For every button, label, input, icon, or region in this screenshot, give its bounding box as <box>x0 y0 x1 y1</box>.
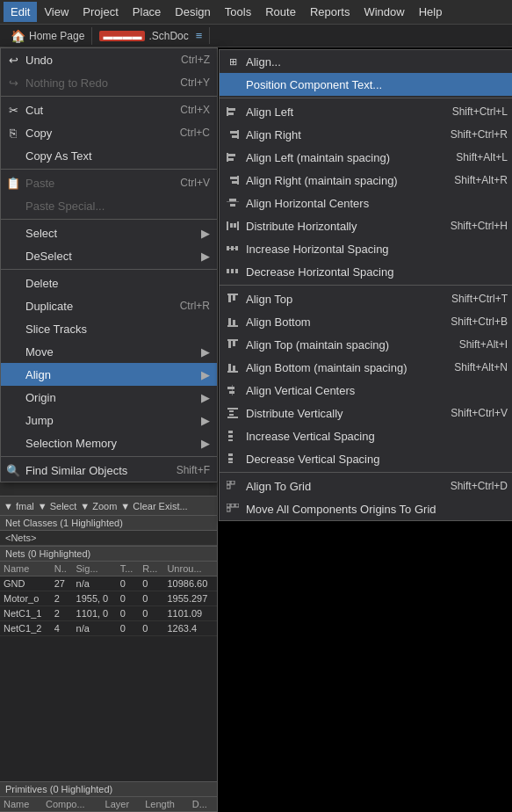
align-right-maintain-shortcut: Shift+Alt+R <box>445 174 508 186</box>
submenu-increase-v-spacing[interactable]: Increase Vertical Spacing <box>220 424 512 447</box>
svg-rect-2 <box>228 112 234 115</box>
submenu-align-bottom[interactable]: Align Bottom Shift+Ctrl+B <box>220 310 512 333</box>
cut-label: Cut <box>25 104 43 117</box>
net-n: 4 <box>51 621 73 636</box>
submenu-increase-h-spacing[interactable]: Increase Horizontal Spacing <box>220 237 512 260</box>
menu-item-jump[interactable]: Jump ▶ <box>1 409 217 431</box>
tab-home-label: Home Page <box>29 30 84 42</box>
align-left-maintain-label: Align Left (maintain spacing) <box>246 151 390 164</box>
table-row[interactable]: Motor_o 2 1955, 0 0 0 1955.297 <box>0 591 217 606</box>
menu-place[interactable]: Place <box>126 2 169 22</box>
distribute-v-icon <box>223 408 242 418</box>
home-icon: 🏠 <box>11 29 25 43</box>
submenu-align-dots[interactable]: ⊞ Align... <box>220 50 512 73</box>
svg-rect-56 <box>231 504 234 507</box>
svg-rect-6 <box>227 153 228 162</box>
menu-help[interactable]: Help <box>412 2 450 22</box>
origin-label: Origin <box>25 391 56 404</box>
tab-home[interactable]: 🏠 Home Page <box>4 27 92 45</box>
menu-item-cut[interactable]: ✂ Cut Ctrl+X <box>1 98 217 121</box>
svg-rect-53 <box>231 481 234 484</box>
menu-design[interactable]: Design <box>168 2 217 22</box>
submenu-align-left-maintain[interactable]: Align Left (maintain spacing) Shift+Alt+… <box>220 146 512 169</box>
nets-panel: Nets (0 Highlighted) Name N.. Sig... T..… <box>0 546 217 781</box>
deselect-arrow: ▶ <box>201 250 210 263</box>
submenu-align-left[interactable]: Align Left Shift+Ctrl+L <box>220 100 512 123</box>
menu-item-copy[interactable]: ⎘ Copy Ctrl+C <box>1 121 217 144</box>
svg-rect-37 <box>228 364 231 371</box>
submenu-align-right-maintain[interactable]: Align Right (maintain spacing) Shift+Alt… <box>220 169 512 192</box>
submenu-align-top-maintain[interactable]: Align Top (maintain spacing) Shift+Alt+I <box>220 333 512 356</box>
undo-label: Undo <box>25 54 53 67</box>
menu-item-delete[interactable]: Delete <box>1 272 217 294</box>
delete-label: Delete <box>25 277 59 290</box>
menu-item-duplicate[interactable]: Duplicate Ctrl+R <box>1 294 217 317</box>
nets-header: Nets (0 Highlighted) <box>0 547 217 562</box>
net-t: 0 <box>117 591 139 606</box>
svg-rect-11 <box>232 181 237 184</box>
move-arrow: ▶ <box>201 345 210 359</box>
menu-view[interactable]: View <box>37 2 76 22</box>
submenu-align-to-grid[interactable]: Align To Grid Shift+Ctrl+D <box>220 475 512 497</box>
toolbar-select[interactable]: ▼ Select <box>38 501 77 511</box>
menu-item-find-similar[interactable]: 🔍 Find Similar Objects Shift+F <box>1 459 217 482</box>
align-h-centers-icon <box>223 198 242 208</box>
menu-item-undo[interactable]: ↩ Undo Ctrl+Z <box>1 48 217 71</box>
prim-col-comp: Compo... <box>42 797 102 812</box>
prim-col-length: Length <box>141 797 189 812</box>
svg-rect-49 <box>228 453 233 456</box>
submenu-align-right[interactable]: Align Right Shift+Ctrl+R <box>220 123 512 146</box>
submenu-align-h-centers[interactable]: Align Horizontal Centers <box>220 192 512 214</box>
submenu-decrease-h-spacing[interactable]: Decrease Horizontal Spacing <box>220 260 512 283</box>
sep-2 <box>1 169 217 170</box>
menu-item-deselect[interactable]: DeSelect ▶ <box>1 244 217 267</box>
menu-item-align[interactable]: Align ▶ ⊞ Align... Position Component Te… <box>1 363 217 386</box>
menu-item-select[interactable]: Select ▶ <box>1 221 217 244</box>
net-name: GND <box>0 576 51 591</box>
find-similar-label: Find Similar Objects <box>25 464 127 477</box>
svg-rect-15 <box>227 221 228 230</box>
menu-item-slice-tracks[interactable]: Slice Tracks <box>1 317 217 340</box>
menu-project[interactable]: Project <box>76 2 125 22</box>
distribute-v-label: Distribute Vertically <box>246 407 343 420</box>
toolbar-zoom[interactable]: ▼ Zoom <box>80 501 117 511</box>
svg-rect-52 <box>227 481 230 484</box>
submenu-distribute-h[interactable]: Distribute Horizontally Shift+Ctrl+H <box>220 214 512 237</box>
menu-item-copy-as-text[interactable]: Copy As Text <box>1 144 217 167</box>
menu-tools[interactable]: Tools <box>218 2 258 22</box>
submenu-distribute-v[interactable]: Distribute Vertically Shift+Ctrl+V <box>220 402 512 424</box>
submenu-decrease-v-spacing[interactable]: Decrease Vertical Spacing <box>220 447 512 470</box>
tab-schematic[interactable]: ▬▬▬▬ .SchDoc ≡ <box>92 27 210 44</box>
submenu-align-v-centers[interactable]: Align Vertical Centers <box>220 379 512 402</box>
align-dots-label: Align... <box>246 55 281 69</box>
align-left-label: Align Left <box>246 105 293 119</box>
toolbar-format[interactable]: ▼ fmal <box>4 501 34 511</box>
submenu-align-bottom-maintain[interactable]: Align Bottom (maintain spacing) Shift+Al… <box>220 356 512 379</box>
svg-rect-7 <box>228 154 235 156</box>
primitives-header: Primitives (0 Highlighted) <box>0 782 217 797</box>
table-row[interactable]: NetC1_1 2 1101, 0 0 0 1101.09 <box>0 606 217 621</box>
select-label: Select <box>25 227 57 240</box>
menu-item-paste-special[interactable]: Paste Special... <box>1 194 217 217</box>
svg-rect-5 <box>232 135 237 138</box>
menu-reports[interactable]: Reports <box>303 2 357 22</box>
submenu-position-component-text[interactable]: Position Component Text... <box>220 73 512 96</box>
menu-item-move[interactable]: Move ▶ <box>1 340 217 363</box>
menu-edit[interactable]: Edit <box>4 2 37 22</box>
distribute-v-shortcut: Shift+Ctrl+V <box>442 407 508 419</box>
menu-item-selection-memory[interactable]: Selection Memory ▶ <box>1 431 217 454</box>
align-bottom-shortcut: Shift+Ctrl+B <box>442 315 508 328</box>
jump-label: Jump <box>25 414 54 427</box>
menu-item-origin[interactable]: Origin ▶ <box>1 386 217 409</box>
svg-rect-35 <box>233 341 235 346</box>
menu-route[interactable]: Route <box>258 2 303 22</box>
submenu-align-top[interactable]: Align Top Shift+Ctrl+T <box>220 287 512 310</box>
toolbar-clear[interactable]: ▼ Clear Exist... <box>120 501 187 511</box>
redo-shortcut: Ctrl+Y <box>162 76 210 89</box>
table-row[interactable]: GND 27 n/a 0 0 10986.60 <box>0 576 217 591</box>
svg-rect-58 <box>227 508 230 511</box>
submenu-move-all[interactable]: Move All Components Origins To Grid <box>220 497 512 520</box>
menu-window[interactable]: Window <box>357 2 411 22</box>
table-row[interactable]: NetC1_2 4 n/a 0 0 1263.4 <box>0 621 217 636</box>
svg-rect-39 <box>232 385 233 395</box>
